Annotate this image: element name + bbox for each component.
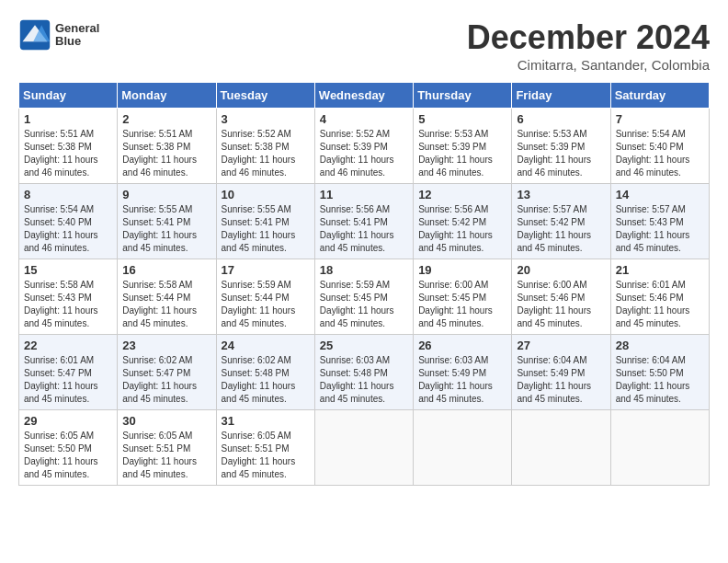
calendar-cell: 19 Sunrise: 6:00 AM Sunset: 5:45 PM Dayl… [414, 259, 512, 335]
calendar-cell: 31 Sunrise: 6:05 AM Sunset: 5:51 PM Dayl… [216, 410, 314, 486]
calendar-cell: 18 Sunrise: 5:59 AM Sunset: 5:45 PM Dayl… [314, 259, 413, 335]
day-number: 13 [517, 188, 605, 201]
day-number: 1 [24, 112, 112, 126]
day-info: Sunrise: 5:53 AM Sunset: 5:39 PM Dayligh… [418, 128, 506, 179]
calendar-cell: 2 Sunrise: 5:51 AM Sunset: 5:38 PM Dayli… [118, 109, 216, 184]
day-info: Sunrise: 6:03 AM Sunset: 5:49 PM Dayligh… [418, 354, 506, 406]
weekday-header-tuesday: Tuesday [216, 83, 314, 109]
week-row-1: 1 Sunrise: 5:51 AM Sunset: 5:38 PM Dayli… [19, 109, 710, 184]
calendar-cell: 15 Sunrise: 5:58 AM Sunset: 5:43 PM Dayl… [19, 259, 118, 335]
weekday-header-wednesday: Wednesday [314, 83, 413, 109]
day-number: 19 [418, 263, 506, 277]
weekday-header-saturday: Saturday [610, 83, 709, 109]
weekday-header-friday: Friday [512, 83, 610, 109]
calendar-cell: 29 Sunrise: 6:05 AM Sunset: 5:50 PM Dayl… [19, 410, 118, 486]
calendar-cell: 7 Sunrise: 5:54 AM Sunset: 5:40 PM Dayli… [610, 109, 709, 184]
calendar-cell [414, 410, 512, 486]
calendar-cell: 26 Sunrise: 6:03 AM Sunset: 5:49 PM Dayl… [414, 335, 512, 410]
day-info: Sunrise: 6:00 AM Sunset: 5:45 PM Dayligh… [418, 279, 506, 330]
month-title: December 2024 [467, 18, 710, 57]
day-info: Sunrise: 6:00 AM Sunset: 5:46 PM Dayligh… [517, 279, 605, 330]
day-number: 8 [24, 188, 112, 201]
calendar-cell: 25 Sunrise: 6:03 AM Sunset: 5:48 PM Dayl… [314, 335, 413, 410]
day-number: 10 [222, 188, 310, 201]
day-number: 4 [320, 112, 408, 126]
page-header: General Blue December 2024 Cimitarra, Sa… [18, 18, 710, 73]
day-info: Sunrise: 5:58 AM Sunset: 5:43 PM Dayligh… [24, 279, 112, 330]
day-info: Sunrise: 6:02 AM Sunset: 5:48 PM Dayligh… [222, 354, 310, 406]
day-info: Sunrise: 5:57 AM Sunset: 5:42 PM Dayligh… [517, 203, 605, 255]
day-number: 29 [24, 414, 112, 428]
day-number: 15 [24, 263, 112, 277]
calendar-cell [512, 410, 610, 486]
day-info: Sunrise: 6:05 AM Sunset: 5:51 PM Dayligh… [222, 430, 310, 481]
calendar-cell: 17 Sunrise: 5:59 AM Sunset: 5:44 PM Dayl… [216, 259, 314, 335]
weekday-header-row: SundayMondayTuesdayWednesdayThursdayFrid… [19, 83, 710, 109]
day-number: 17 [222, 263, 310, 277]
day-info: Sunrise: 5:52 AM Sunset: 5:39 PM Dayligh… [320, 128, 408, 179]
day-info: Sunrise: 5:58 AM Sunset: 5:44 PM Dayligh… [122, 279, 210, 330]
week-row-3: 15 Sunrise: 5:58 AM Sunset: 5:43 PM Dayl… [19, 259, 710, 335]
day-number: 14 [616, 188, 704, 201]
day-number: 30 [122, 414, 210, 428]
day-number: 16 [122, 263, 210, 277]
calendar-cell: 5 Sunrise: 5:53 AM Sunset: 5:39 PM Dayli… [414, 109, 512, 184]
day-info: Sunrise: 6:05 AM Sunset: 5:50 PM Dayligh… [24, 430, 112, 481]
day-number: 21 [616, 263, 704, 277]
calendar-cell: 27 Sunrise: 6:04 AM Sunset: 5:49 PM Dayl… [512, 335, 610, 410]
day-info: Sunrise: 5:51 AM Sunset: 5:38 PM Dayligh… [122, 128, 210, 179]
logo-line1: General [55, 22, 99, 35]
location: Cimitarra, Santander, Colombia [467, 57, 710, 73]
weekday-header-sunday: Sunday [19, 83, 118, 109]
day-info: Sunrise: 5:57 AM Sunset: 5:43 PM Dayligh… [616, 203, 704, 255]
day-info: Sunrise: 5:55 AM Sunset: 5:41 PM Dayligh… [122, 203, 210, 255]
day-info: Sunrise: 6:02 AM Sunset: 5:47 PM Dayligh… [122, 354, 210, 406]
calendar-cell: 1 Sunrise: 5:51 AM Sunset: 5:38 PM Dayli… [19, 109, 118, 184]
day-number: 18 [320, 263, 408, 277]
day-number: 24 [222, 339, 310, 352]
week-row-2: 8 Sunrise: 5:54 AM Sunset: 5:40 PM Dayli… [19, 184, 710, 259]
day-info: Sunrise: 5:51 AM Sunset: 5:38 PM Dayligh… [24, 128, 112, 179]
day-info: Sunrise: 5:59 AM Sunset: 5:45 PM Dayligh… [320, 279, 408, 330]
calendar-cell: 10 Sunrise: 5:55 AM Sunset: 5:41 PM Dayl… [216, 184, 314, 259]
day-info: Sunrise: 5:59 AM Sunset: 5:44 PM Dayligh… [222, 279, 310, 330]
day-info: Sunrise: 5:54 AM Sunset: 5:40 PM Dayligh… [24, 203, 112, 255]
day-number: 7 [616, 112, 704, 126]
day-number: 6 [517, 112, 605, 126]
calendar-cell [610, 410, 709, 486]
calendar-cell: 12 Sunrise: 5:56 AM Sunset: 5:42 PM Dayl… [414, 184, 512, 259]
day-number: 5 [418, 112, 506, 126]
day-info: Sunrise: 5:56 AM Sunset: 5:41 PM Dayligh… [320, 203, 408, 255]
calendar-cell: 21 Sunrise: 6:01 AM Sunset: 5:46 PM Dayl… [610, 259, 709, 335]
day-number: 12 [418, 188, 506, 201]
calendar-cell: 13 Sunrise: 5:57 AM Sunset: 5:42 PM Dayl… [512, 184, 610, 259]
day-info: Sunrise: 5:56 AM Sunset: 5:42 PM Dayligh… [418, 203, 506, 255]
day-info: Sunrise: 6:04 AM Sunset: 5:49 PM Dayligh… [517, 354, 605, 406]
day-info: Sunrise: 5:52 AM Sunset: 5:38 PM Dayligh… [222, 128, 310, 179]
day-number: 31 [222, 414, 310, 428]
calendar-cell [314, 410, 413, 486]
day-info: Sunrise: 5:54 AM Sunset: 5:40 PM Dayligh… [616, 128, 704, 179]
day-number: 27 [517, 339, 605, 352]
day-number: 20 [517, 263, 605, 277]
logo-icon [18, 18, 51, 52]
logo: General Blue [18, 18, 99, 52]
day-info: Sunrise: 6:01 AM Sunset: 5:46 PM Dayligh… [616, 279, 704, 330]
calendar-cell: 24 Sunrise: 6:02 AM Sunset: 5:48 PM Dayl… [216, 335, 314, 410]
logo-line2: Blue [55, 35, 99, 48]
calendar-cell: 6 Sunrise: 5:53 AM Sunset: 5:39 PM Dayli… [512, 109, 610, 184]
day-info: Sunrise: 5:55 AM Sunset: 5:41 PM Dayligh… [222, 203, 310, 255]
day-info: Sunrise: 6:01 AM Sunset: 5:47 PM Dayligh… [24, 354, 112, 406]
calendar-cell: 3 Sunrise: 5:52 AM Sunset: 5:38 PM Dayli… [216, 109, 314, 184]
title-area: December 2024 Cimitarra, Santander, Colo… [467, 18, 710, 73]
day-number: 3 [222, 112, 310, 126]
weekday-header-thursday: Thursday [414, 83, 512, 109]
week-row-4: 22 Sunrise: 6:01 AM Sunset: 5:47 PM Dayl… [19, 335, 710, 410]
calendar-cell: 30 Sunrise: 6:05 AM Sunset: 5:51 PM Dayl… [118, 410, 216, 486]
weekday-header-monday: Monday [118, 83, 216, 109]
calendar-cell: 16 Sunrise: 5:58 AM Sunset: 5:44 PM Dayl… [118, 259, 216, 335]
day-info: Sunrise: 6:04 AM Sunset: 5:50 PM Dayligh… [616, 354, 704, 406]
calendar-cell: 20 Sunrise: 6:00 AM Sunset: 5:46 PM Dayl… [512, 259, 610, 335]
day-number: 9 [122, 188, 210, 201]
calendar-cell: 11 Sunrise: 5:56 AM Sunset: 5:41 PM Dayl… [314, 184, 413, 259]
